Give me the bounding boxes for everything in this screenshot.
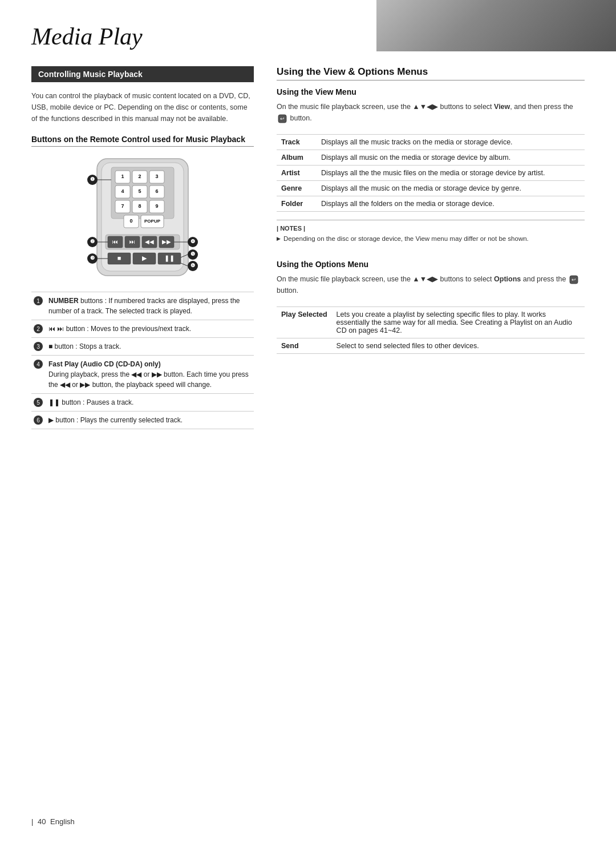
svg-text:1: 1 bbox=[121, 174, 124, 179]
list-text-4: Fast Play (Audio CD (CD-DA) only) During… bbox=[48, 359, 252, 390]
list-num-3: 3 bbox=[34, 342, 43, 351]
options-menu-title: Using the Options Menu bbox=[277, 260, 585, 269]
list-num-6: 6 bbox=[34, 416, 43, 425]
view-menu-intro: On the music file playback screen, use t… bbox=[277, 101, 585, 124]
view-options-header: Using the View & Options Menus bbox=[277, 66, 585, 80]
page-footer: | 40 English bbox=[31, 817, 75, 826]
list-num-1: 1 bbox=[34, 296, 43, 305]
svg-text:▶▶: ▶▶ bbox=[162, 239, 171, 245]
remote-section-title: Buttons on the Remote Control used for M… bbox=[31, 135, 254, 147]
table-row: Play Selected Lets you create a playlist… bbox=[277, 307, 585, 338]
svg-text:4: 4 bbox=[121, 188, 124, 194]
list-item: 4 Fast Play (Audio CD (CD-DA) only) Duri… bbox=[31, 356, 254, 394]
list-text-6: ▶ button : Plays the currently selected … bbox=[48, 415, 252, 425]
options-desc-play: Lets you create a playlist by selecting … bbox=[332, 307, 585, 338]
remote-diagram: 1 2 3 4 5 6 7 8 bbox=[31, 156, 254, 281]
list-text-1: NUMBER buttons : If numbered tracks are … bbox=[48, 296, 252, 316]
svg-text:⏭: ⏭ bbox=[129, 239, 135, 245]
view-label-artist: Artist bbox=[277, 166, 317, 181]
table-row: Track Displays all the music tracks on t… bbox=[277, 135, 585, 150]
svg-text:▶: ▶ bbox=[142, 255, 147, 261]
numbered-list: 1 NUMBER buttons : If numbered tracks ar… bbox=[31, 292, 254, 429]
table-row: Folder Displays all the folders on the m… bbox=[277, 196, 585, 212]
view-label-genre: Genre bbox=[277, 181, 317, 196]
svg-text:↩: ↩ bbox=[572, 277, 576, 283]
page-number: 40 bbox=[38, 817, 46, 826]
list-item: 2 ⏮ ⏭ button : Moves to the previous/nex… bbox=[31, 320, 254, 338]
options-menu-intro: On the music file playback screen, use t… bbox=[277, 273, 585, 296]
enter-button-icon-2: ↩ bbox=[569, 275, 578, 284]
view-desc-artist: Displays all the the music files on the … bbox=[317, 166, 585, 181]
notes-title: | NOTES | bbox=[277, 225, 585, 232]
notes-text: Depending on the disc or storage device,… bbox=[277, 234, 585, 244]
list-text-2: ⏮ ⏭ button : Moves to the previous/next … bbox=[48, 324, 252, 334]
list-text-5: ❚❚ button : Pauses a track. bbox=[48, 397, 252, 408]
svg-text:9: 9 bbox=[155, 203, 158, 209]
view-desc-track: Displays all the music tracks on the med… bbox=[317, 135, 585, 150]
list-item: 3 ■ button : Stops a track. bbox=[31, 338, 254, 356]
view-label-album: Album bbox=[277, 150, 317, 166]
page-footer-pipe: | bbox=[31, 817, 33, 826]
view-label-folder: Folder bbox=[277, 196, 317, 212]
list-item: 5 ❚❚ button : Pauses a track. bbox=[31, 394, 254, 412]
svg-text:POPUP: POPUP bbox=[144, 219, 161, 224]
svg-text:■: ■ bbox=[117, 255, 121, 261]
svg-text:❻: ❻ bbox=[191, 263, 195, 268]
svg-text:↩: ↩ bbox=[280, 116, 285, 122]
view-desc-folder: Displays all the folders on the media or… bbox=[317, 196, 585, 212]
svg-text:◀◀: ◀◀ bbox=[145, 239, 154, 245]
svg-text:8: 8 bbox=[138, 203, 141, 209]
svg-text:3: 3 bbox=[155, 174, 158, 179]
view-desc-genre: Displays all the music on the media or s… bbox=[317, 181, 585, 196]
table-row: Artist Displays all the the music files … bbox=[277, 166, 585, 181]
svg-text:6: 6 bbox=[155, 188, 158, 194]
view-menu-title: Using the View Menu bbox=[277, 87, 585, 96]
table-row: Album Displays all music on the media or… bbox=[277, 150, 585, 166]
svg-text:❸: ❸ bbox=[90, 255, 95, 261]
svg-text:❹: ❹ bbox=[191, 239, 195, 244]
options-menu-table: Play Selected Lets you create a playlist… bbox=[277, 306, 585, 354]
list-num-5: 5 bbox=[34, 398, 43, 407]
view-menu-table: Track Displays all the music tracks on t… bbox=[277, 134, 585, 212]
view-desc-album: Displays all music on the media or stora… bbox=[317, 150, 585, 166]
options-label-play: Play Selected bbox=[277, 307, 332, 338]
list-item: 1 NUMBER buttons : If numbered tracks ar… bbox=[31, 292, 254, 320]
options-label-send: Send bbox=[277, 338, 332, 354]
svg-text:❚❚: ❚❚ bbox=[164, 255, 175, 262]
svg-text:❺: ❺ bbox=[191, 251, 195, 257]
controlling-music-header: Controlling Music Playback bbox=[31, 66, 254, 82]
notes-box: | NOTES | Depending on the disc or stora… bbox=[277, 220, 585, 248]
list-item: 6 ▶ button : Plays the currently selecte… bbox=[31, 412, 254, 429]
svg-text:❷: ❷ bbox=[90, 239, 95, 244]
svg-text:❶: ❶ bbox=[90, 176, 95, 182]
page-title: Media Play bbox=[31, 23, 585, 50]
svg-text:0: 0 bbox=[129, 218, 132, 224]
page-lang: English bbox=[50, 817, 75, 826]
table-row: Genre Displays all the music on the medi… bbox=[277, 181, 585, 196]
svg-text:5: 5 bbox=[138, 188, 141, 194]
list-text-3: ■ button : Stops a track. bbox=[48, 341, 252, 352]
enter-button-icon: ↩ bbox=[278, 114, 287, 123]
table-row: Send Select to send selected files to ot… bbox=[277, 338, 585, 354]
svg-text:7: 7 bbox=[121, 203, 124, 209]
view-label-track: Track bbox=[277, 135, 317, 150]
intro-text: You can control the playback of music co… bbox=[31, 90, 254, 124]
right-column: Using the View & Options Menus Using the… bbox=[277, 66, 585, 362]
options-desc-send: Select to send selected files to other d… bbox=[332, 338, 585, 354]
list-num-2: 2 bbox=[34, 324, 43, 333]
svg-text:2: 2 bbox=[138, 174, 141, 179]
remote-svg: 1 2 3 4 5 6 7 8 bbox=[63, 156, 222, 281]
svg-text:⏮: ⏮ bbox=[112, 239, 118, 245]
left-column: Controlling Music Playback You can contr… bbox=[31, 66, 254, 429]
list-num-4: 4 bbox=[34, 360, 43, 369]
